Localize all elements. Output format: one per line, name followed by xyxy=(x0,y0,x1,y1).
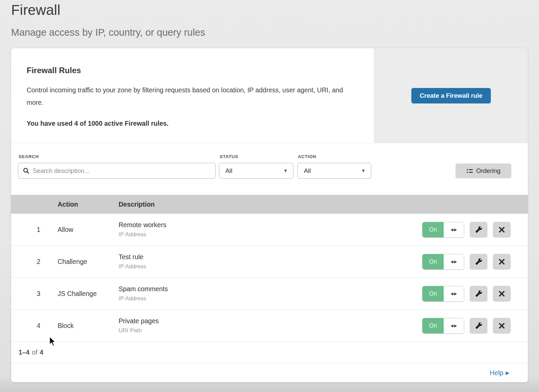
rule-description: Remote workers xyxy=(119,221,422,229)
header-description-column: Description xyxy=(119,201,528,208)
toggle-on-label: On xyxy=(422,254,444,269)
edit-rule-button[interactable] xyxy=(470,318,487,334)
status-select-value: All xyxy=(225,167,232,175)
pagination-range: 1–4 xyxy=(19,349,30,356)
rule-action: JS Challenge xyxy=(58,290,119,298)
rule-number: 2 xyxy=(11,258,58,266)
edit-rule-button[interactable] xyxy=(470,254,487,270)
rule-toggle[interactable]: On ◀ ▶ xyxy=(422,254,464,270)
page-header: Firewall Manage access by IP, country, o… xyxy=(0,0,539,38)
rule-match-type: URI Path xyxy=(119,327,422,334)
rule-description-cell: Remote workers IP Address xyxy=(119,221,422,238)
card-usage: You have used 4 of 1000 active Firewall … xyxy=(27,120,354,127)
rule-action: Challenge xyxy=(58,258,119,266)
toggle-left-arrow-icon: ◀ xyxy=(451,228,453,232)
toggle-right-arrow-icon: ▶ xyxy=(454,292,457,296)
close-icon xyxy=(499,227,505,233)
action-label: ACTION xyxy=(298,154,316,159)
rule-description: Spam comments xyxy=(119,285,422,293)
rule-number: 1 xyxy=(11,226,58,234)
search-input[interactable] xyxy=(33,167,211,175)
rules-table-body: 1 Allow Remote workers IP Address On ◀ ▶ xyxy=(11,214,528,342)
rule-toggle[interactable]: On ◀ ▶ xyxy=(422,222,464,238)
wrench-icon xyxy=(475,226,482,233)
pagination-of: of xyxy=(32,349,37,356)
card-description: Control incoming traffic to your zone by… xyxy=(27,84,350,109)
toggle-on-label: On xyxy=(422,222,444,237)
rule-description: Private pages xyxy=(119,317,422,325)
help-arrow-icon: ▶ xyxy=(506,370,509,375)
toggle-left-arrow-icon: ◀ xyxy=(451,260,453,264)
rule-number: 3 xyxy=(11,290,58,298)
search-label: SEARCH xyxy=(19,154,39,159)
toggle-on-label: On xyxy=(422,318,444,333)
page-title: Firewall xyxy=(11,2,539,18)
ordering-button[interactable]: Ordering xyxy=(455,163,511,178)
delete-rule-button[interactable] xyxy=(493,222,511,238)
toggle-right-arrow-icon: ▶ xyxy=(454,260,457,264)
help-link[interactable]: Help ▶ xyxy=(490,369,509,377)
delete-rule-button[interactable] xyxy=(493,286,511,302)
action-select-value: All xyxy=(304,167,311,175)
rule-match-type: IP Address xyxy=(119,263,422,270)
rule-match-type: IP Address xyxy=(119,231,422,238)
header-action-column: Action xyxy=(58,201,119,208)
toggle-handle[interactable]: ◀ ▶ xyxy=(444,318,464,333)
toggle-right-arrow-icon: ▶ xyxy=(454,228,457,232)
status-select[interactable]: All ▼ xyxy=(219,163,293,179)
delete-rule-button[interactable] xyxy=(493,254,511,270)
card-title: Firewall Rules xyxy=(27,66,354,75)
chevron-down-icon: ▼ xyxy=(361,168,366,173)
help-row: Help ▶ xyxy=(11,363,528,382)
edit-rule-button[interactable] xyxy=(470,222,487,238)
rule-controls: On ◀ ▶ xyxy=(422,318,528,334)
wrench-icon xyxy=(475,322,482,329)
rule-row: 4 Block Private pages URI Path On ◀ ▶ xyxy=(11,310,528,342)
rule-row: 1 Allow Remote workers IP Address On ◀ ▶ xyxy=(11,214,528,246)
rules-table-header: Action Description xyxy=(11,195,528,214)
ordering-button-label: Ordering xyxy=(476,167,501,175)
rule-controls: On ◀ ▶ xyxy=(422,254,528,270)
chevron-down-icon: ▼ xyxy=(283,168,288,173)
rule-row: 3 JS Challenge Spam comments IP Address … xyxy=(11,278,528,310)
toggle-left-arrow-icon: ◀ xyxy=(451,324,453,328)
toggle-handle[interactable]: ◀ ▶ xyxy=(444,254,464,269)
page-subtitle: Manage access by IP, country, or query r… xyxy=(11,27,539,38)
rule-toggle[interactable]: On ◀ ▶ xyxy=(422,318,464,334)
rule-row: 2 Challenge Test rule IP Address On ◀ ▶ xyxy=(11,246,528,278)
rule-number: 4 xyxy=(11,322,58,330)
action-select[interactable]: All ▼ xyxy=(297,163,371,179)
edit-rule-button[interactable] xyxy=(470,286,487,302)
close-icon xyxy=(499,259,505,265)
rule-match-type: IP Address xyxy=(119,295,422,302)
firewall-rules-card-text: Firewall Rules Control incoming traffic … xyxy=(11,48,374,143)
rule-controls: On ◀ ▶ xyxy=(422,222,528,238)
wrench-icon xyxy=(475,258,482,265)
rule-description-cell: Test rule IP Address xyxy=(119,253,422,270)
close-icon xyxy=(499,323,505,329)
toggle-handle[interactable]: ◀ ▶ xyxy=(444,222,464,237)
toggle-left-arrow-icon: ◀ xyxy=(451,292,453,296)
main-panel: Firewall Rules Control incoming traffic … xyxy=(11,48,528,382)
rule-action: Allow xyxy=(58,226,119,234)
rule-action: Block xyxy=(58,322,119,330)
filters-bar: SEARCH STATUS All ▼ ACTION All ▼ Or xyxy=(11,143,528,195)
rule-controls: On ◀ ▶ xyxy=(422,286,528,302)
rule-description: Test rule xyxy=(119,253,422,261)
wrench-icon xyxy=(475,290,482,297)
ordering-list-icon xyxy=(467,169,473,174)
delete-rule-button[interactable] xyxy=(493,318,511,334)
rule-description-cell: Spam comments IP Address xyxy=(119,285,422,302)
help-link-label: Help xyxy=(490,369,503,377)
create-firewall-rule-button[interactable]: Create a Firewall rule xyxy=(411,88,491,103)
pagination-total: 4 xyxy=(40,349,43,356)
search-icon xyxy=(23,168,29,174)
card-action-area: Create a Firewall rule xyxy=(374,48,528,143)
toggle-handle[interactable]: ◀ ▶ xyxy=(444,286,464,301)
rule-description-cell: Private pages URI Path xyxy=(119,317,422,334)
toggle-right-arrow-icon: ▶ xyxy=(454,324,457,328)
search-box[interactable] xyxy=(18,163,216,179)
rule-toggle[interactable]: On ◀ ▶ xyxy=(422,286,464,302)
toggle-on-label: On xyxy=(422,286,444,301)
pagination: 1–4 of 4 xyxy=(11,342,528,363)
